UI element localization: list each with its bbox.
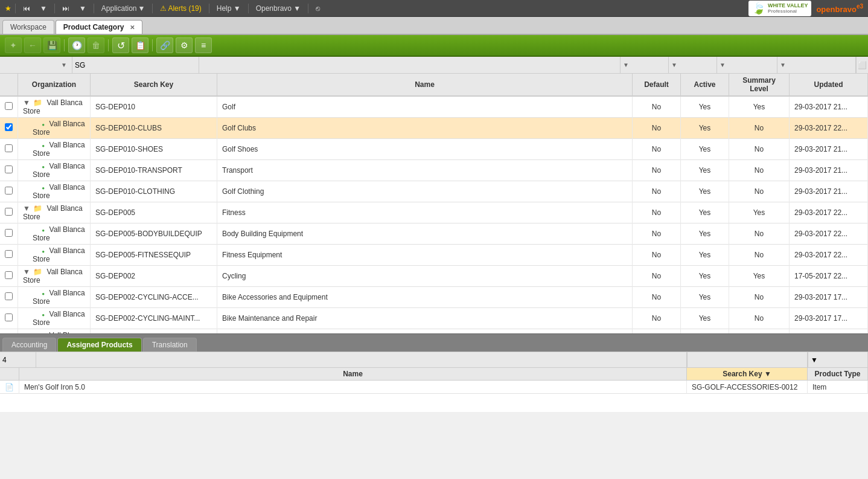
copy-btn[interactable]: 📋: [132, 37, 148, 53]
sub-col-name[interactable]: Name: [19, 368, 687, 381]
row-default: No: [633, 160, 681, 181]
last-nav-btn[interactable]: ⏭: [59, 3, 73, 14]
sub-row-name: Men's Golf Iron 5.0: [19, 381, 687, 394]
tab-product-category[interactable]: Product Category ✕: [56, 20, 142, 34]
row-checkbox[interactable]: [5, 250, 13, 258]
row-checkbox[interactable]: [5, 208, 13, 216]
save-btn[interactable]: 💾: [43, 37, 60, 53]
white-valley-logo: 🍃 WHITE VALLEY Professional: [748, 1, 811, 16]
refresh-btn[interactable]: ↺: [112, 37, 129, 53]
row-checkbox[interactable]: [5, 292, 13, 300]
menu-btn[interactable]: ≡: [195, 37, 212, 53]
row-searchkey: SG-DEP010-CLUBS: [91, 118, 217, 139]
bottom-tab-assigned-products[interactable]: Assigned Products: [57, 338, 141, 352]
table-row: ▼ 📁 Vall Blanca Store SG-DEP005 Fitness …: [0, 202, 868, 223]
row-default: No: [633, 223, 681, 245]
new-record-btn[interactable]: ✦: [5, 37, 22, 53]
row-summary: No: [729, 181, 790, 202]
nav-separator5: [209, 4, 209, 13]
row-default: No: [633, 181, 681, 202]
history-btn[interactable]: 🕐: [68, 37, 85, 53]
tree-toggle-icon[interactable]: ▼: [23, 98, 30, 107]
link-btn[interactable]: 🔗: [156, 37, 173, 53]
row-active: Yes: [681, 287, 729, 308]
row-default: No: [633, 287, 681, 308]
sub-col-type[interactable]: Product Type: [808, 368, 868, 381]
row-checkbox[interactable]: [5, 123, 13, 131]
row-org: ● Vall Blanca Store: [18, 118, 91, 139]
application-menu[interactable]: Application ▼: [98, 3, 149, 14]
row-summary: No: [729, 245, 790, 266]
row-searchkey: SG-DEP005-BODYBUILDEQUIP: [91, 223, 217, 245]
org-filter-dd[interactable]: ▼: [61, 62, 69, 68]
folder-icon: 📁: [33, 98, 42, 107]
row-default: No: [633, 139, 681, 160]
sub-name-filter-input[interactable]: [39, 356, 684, 364]
row-checkbox[interactable]: [5, 271, 13, 279]
star-icon[interactable]: ★: [5, 4, 11, 13]
row-checkbox[interactable]: [5, 102, 13, 110]
row-updated: 29-03-2017 22...: [790, 118, 868, 139]
nav-separator4: [152, 4, 153, 13]
bottom-tab-accounting[interactable]: Accounting: [2, 338, 56, 352]
back-btn[interactable]: ←: [24, 37, 41, 53]
first-nav-btn[interactable]: ⏮: [19, 3, 34, 14]
bottom-tab-translation[interactable]: Translation: [143, 338, 197, 352]
updated-filter-dd[interactable]: ▼: [780, 62, 790, 68]
row-checkbox[interactable]: [5, 229, 13, 237]
sub-type-dd[interactable]: ▼: [811, 356, 818, 364]
row-org: ● Vall Blanca Store: [18, 223, 91, 245]
row-name: Golf Clothing: [217, 181, 633, 202]
row-checkbox[interactable]: [5, 144, 13, 152]
row-searchkey: SG-DEP005: [91, 202, 217, 223]
sub-col-searchkey[interactable]: Search Key ▼: [687, 368, 808, 381]
row-active: Yes: [681, 308, 729, 329]
delete-btn[interactable]: 🗑: [88, 37, 104, 53]
settings-btn[interactable]: ⚙: [176, 37, 193, 53]
row-summary: No: [729, 308, 790, 329]
row-searchkey: SG-DEP010-CLOTHING: [91, 181, 217, 202]
openbravo-logo: openbravoe3: [816, 3, 863, 14]
row-checkbox[interactable]: [5, 166, 13, 173]
row-checkbox[interactable]: [5, 187, 13, 194]
sub-table-area: 4 ▼ Name Search Key ▼ Product Type 📄 Men…: [0, 352, 868, 412]
alerts-menu[interactable]: ⚠ Alerts (19): [156, 3, 205, 14]
row-org: ● Vall Blanca Store: [18, 245, 91, 266]
name-filter-input[interactable]: [202, 61, 617, 69]
tab-workspace[interactable]: Workspace: [2, 20, 54, 34]
row-updated: 29-03-2017 22...: [790, 202, 868, 223]
summary-filter-dd[interactable]: ▼: [720, 62, 729, 68]
summary-filter-cell: ▼: [717, 57, 777, 73]
sub-table: Name Search Key ▼ Product Type 📄 Men's G…: [0, 368, 868, 394]
row-checkbox-cell: [0, 96, 18, 118]
org-filter-input[interactable]: [2, 61, 61, 69]
sub-type-filter: ▼: [808, 352, 868, 367]
default-filter-dd[interactable]: ▼: [623, 62, 633, 68]
active-dot-icon: ●: [42, 122, 45, 127]
openbravo-menu[interactable]: Openbravo ▼: [252, 3, 305, 14]
help-menu[interactable]: Help ▼: [213, 3, 244, 14]
row-checkbox-cell: [0, 308, 18, 329]
row-default: No: [633, 308, 681, 329]
expand-filter-btn[interactable]: ⬜: [856, 57, 868, 73]
tab-close-icon[interactable]: ✕: [130, 24, 135, 31]
logout-btn[interactable]: ⎋: [312, 3, 324, 14]
table-row: ▼ 📁 Vall Blanca Store SG-DEP010 Golf No …: [0, 96, 868, 118]
tree-toggle-icon[interactable]: ▼: [23, 204, 30, 213]
tree-toggle-icon[interactable]: ▼: [23, 268, 30, 276]
tabbar: Workspace Product Category ✕: [0, 17, 868, 35]
sub-filter-row: 4 ▼: [0, 352, 868, 368]
folder-icon: 📁: [33, 268, 42, 276]
nav-separator2: [54, 4, 55, 13]
table-row: ● Vall Blanca Store SG-DEP002-CYCLING-MA…: [0, 308, 868, 329]
row-summary: Yes: [729, 202, 790, 223]
sub-col-icon: [0, 368, 19, 381]
active-filter-dd[interactable]: ▼: [671, 62, 681, 68]
searchkey-filter-input[interactable]: [75, 61, 196, 69]
last-nav-dd[interactable]: ▼: [75, 3, 90, 14]
row-org: ● Vall Blanca Store: [18, 139, 91, 160]
sub-name-filter[interactable]: [36, 352, 687, 367]
row-checkbox[interactable]: [5, 313, 13, 321]
table-row: ▼ 📁 Vall Blanca Store SG-DEP002 Cycling …: [0, 266, 868, 287]
first-nav-dd[interactable]: ▼: [36, 3, 51, 14]
